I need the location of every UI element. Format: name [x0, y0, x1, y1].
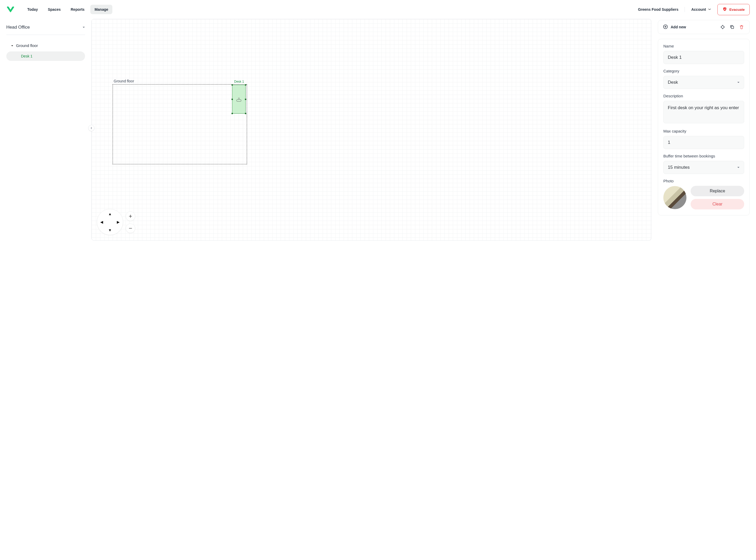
header-divider [684, 7, 685, 12]
resize-handle[interactable] [232, 84, 233, 85]
tree-node-ground-floor[interactable]: Ground floor [6, 41, 85, 50]
field-name: Name [663, 44, 744, 64]
account-label: Account [691, 7, 706, 12]
tree-node-label: Ground floor [16, 43, 38, 48]
field-photo: Photo Replace Clear [663, 179, 744, 209]
resize-handle[interactable] [232, 99, 233, 100]
duplicate-button[interactable] [729, 24, 735, 30]
arrow-up-icon[interactable]: ▲ [108, 212, 112, 216]
field-description: Description [663, 94, 744, 124]
name-label: Name [663, 44, 744, 48]
center-target-button[interactable] [719, 24, 726, 30]
resize-handle[interactable] [245, 84, 246, 85]
name-input[interactable] [663, 51, 744, 64]
main-nav: Today Spaces Reports Manage [23, 5, 112, 14]
description-label: Description [663, 94, 744, 98]
desk-icon [237, 98, 241, 101]
buffer-value: 15 minutes [668, 165, 690, 170]
resize-handle[interactable] [232, 113, 233, 114]
org-name: Greens Food Suppliers [638, 7, 678, 12]
category-value: Desk [668, 80, 678, 85]
category-select[interactable]: Desk [663, 76, 744, 89]
nav-spaces[interactable]: Spaces [44, 5, 65, 14]
zoom-out-button[interactable] [126, 224, 135, 233]
properties-panel: Name Category Desk Description Max capac… [658, 39, 750, 216]
caret-down-icon [737, 165, 740, 170]
photo-clear-button[interactable]: Clear [691, 199, 744, 209]
svg-rect-2 [731, 26, 734, 28]
floorplan-canvas[interactable]: Ground floor Desk 1 ▲ ▼ ◀ ▶ [91, 19, 652, 241]
floor-outline[interactable] [113, 84, 247, 164]
canvas-floor-label: Ground floor [114, 79, 134, 83]
arrow-right-icon[interactable]: ▶ [117, 220, 120, 224]
floorplan-canvas-wrap: Ground floor Desk 1 ▲ ▼ ◀ ▶ [91, 19, 652, 554]
resize-handle[interactable] [245, 113, 246, 114]
space-toolbar: Add new [658, 20, 750, 34]
shield-alert-icon [722, 7, 727, 12]
canvas-desk-shape[interactable] [232, 85, 246, 114]
photo-label: Photo [663, 179, 744, 183]
sidebar: Head Office Ground floor Desk 1 [6, 19, 85, 554]
description-textarea[interactable] [663, 101, 744, 123]
arrow-down-icon[interactable]: ▼ [108, 228, 112, 232]
field-max-capacity: Max capacity [663, 129, 744, 149]
chevron-down-icon [708, 8, 711, 11]
buffer-label: Buffer time between bookings [663, 154, 744, 158]
field-buffer: Buffer time between bookings 15 minutes [663, 154, 744, 174]
canvas-desk-label: Desk 1 [234, 80, 244, 83]
caret-down-icon [82, 25, 85, 29]
max-capacity-input[interactable] [663, 136, 744, 149]
location-name: Head Office [6, 25, 29, 30]
app-header: Today Spaces Reports Manage Greens Food … [0, 0, 756, 19]
evacuate-label: Evacuate [729, 7, 745, 12]
pan-control[interactable]: ▲ ▼ ◀ ▶ [97, 209, 123, 235]
resize-handle[interactable] [245, 99, 246, 100]
delete-button[interactable] [738, 24, 745, 30]
svg-point-1 [721, 26, 724, 28]
tree-leaf-label: Desk 1 [21, 54, 33, 58]
field-category: Category Desk [663, 69, 744, 89]
nav-reports[interactable]: Reports [66, 5, 89, 14]
zoom-control [126, 212, 135, 233]
app-logo[interactable] [6, 6, 15, 13]
max-capacity-label: Max capacity [663, 129, 744, 133]
caret-down-icon [737, 80, 740, 85]
nav-today[interactable]: Today [23, 5, 42, 14]
zoom-in-button[interactable] [126, 212, 135, 221]
plus-circle-icon [663, 24, 668, 30]
arrow-left-icon[interactable]: ◀ [100, 220, 103, 224]
location-dropdown[interactable]: Head Office [6, 25, 85, 35]
caret-down-icon [11, 43, 13, 48]
header-right: Greens Food Suppliers Account Evacuate [638, 4, 750, 15]
app-body: Head Office Ground floor Desk 1 Ground f… [0, 19, 756, 560]
account-menu[interactable]: Account [691, 7, 711, 12]
properties-column: Add new Name [658, 19, 750, 554]
photo-replace-button[interactable]: Replace [691, 186, 744, 196]
collapse-sidebar-button[interactable] [88, 125, 95, 131]
add-new-button[interactable]: Add new [663, 24, 686, 30]
photo-thumbnail[interactable] [663, 186, 687, 209]
spaces-tree: Ground floor Desk 1 [6, 41, 85, 61]
nav-manage[interactable]: Manage [90, 5, 112, 14]
add-new-label: Add new [671, 25, 686, 29]
buffer-select[interactable]: 15 minutes [663, 161, 744, 174]
evacuate-button[interactable]: Evacuate [717, 4, 750, 15]
tree-leaf-desk-1[interactable]: Desk 1 [6, 52, 85, 61]
category-label: Category [663, 69, 744, 73]
